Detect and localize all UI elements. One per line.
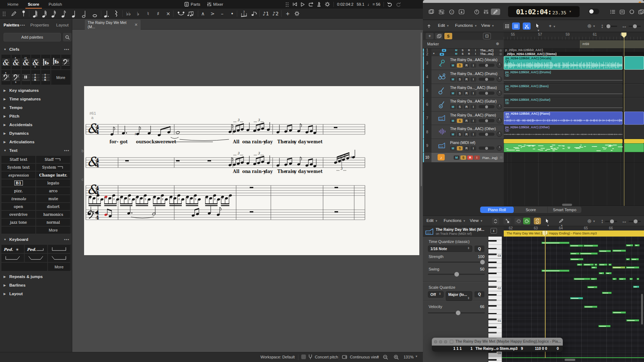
- midi-note[interactable]: [570, 252, 580, 255]
- midi-note[interactable]: [594, 263, 597, 266]
- time-quantize-dropdown[interactable]: 1/16 Note⇕: [428, 246, 472, 252]
- quantize-button[interactable]: Q: [474, 246, 484, 252]
- piano-roll-vertical-scrollbar[interactable]: [641, 294, 643, 324]
- track-lane-9[interactable]: [504, 139, 644, 153]
- midi-note[interactable]: [590, 278, 597, 280]
- pianoroll-edit-menu[interactable]: Edit▼: [426, 218, 438, 223]
- augmentation-dot-icon[interactable]: [102, 9, 111, 18]
- grace-note-icon[interactable]: [186, 9, 195, 18]
- treble-clef-cell[interactable]: &: [1, 54, 11, 70]
- collapse-mode-icon[interactable]: [492, 218, 499, 224]
- toolbar-grip-icon[interactable]: [285, 2, 289, 7]
- pedal-bracket-slash-cell[interactable]: [1, 253, 24, 262]
- tenor-clef-cell[interactable]: Ƅ: [51, 54, 61, 70]
- tab-layout[interactable]: Layout: [53, 23, 72, 27]
- midi-note[interactable]: [602, 292, 612, 294]
- text-palette-staff[interactable]: Staff: [36, 155, 70, 163]
- note-whole-icon[interactable]: [91, 9, 99, 18]
- text-palette-pizz-[interactable]: pizz.: [1, 187, 36, 195]
- note-half-icon[interactable]: [80, 9, 89, 18]
- palette-section-dynamics[interactable]: ▶Dynamics: [0, 129, 72, 138]
- midi-note[interactable]: [580, 252, 598, 255]
- search-palettes-button[interactable]: [63, 33, 72, 41]
- palette-section-articulations[interactable]: ▶Articulations: [0, 138, 72, 146]
- region-part[interactable]: ps_H264-128kbit_AAC) (Piano): [504, 111, 623, 125]
- percussion-clef-cell[interactable]: [21, 70, 31, 85]
- text-palette-system[interactable]: System: [36, 163, 70, 171]
- loop-browser-icon[interactable]: [628, 9, 636, 15]
- region-part[interactable]: ps_H264-128kbit_AAC) (Bass): [504, 84, 623, 97]
- tracks-functions-menu[interactable]: Functions▼: [455, 23, 477, 28]
- midi-note[interactable]: [570, 258, 584, 261]
- midi-note[interactable]: [608, 263, 612, 266]
- region-bar[interactable]: The Rainy Day We Met (May Happy Ending) …: [504, 230, 644, 237]
- metronome-button[interactable]: [317, 2, 321, 7]
- region-part[interactable]: [624, 139, 644, 143]
- midi-note[interactable]: [599, 250, 611, 252]
- pedal-star-cell[interactable]: Ped.✳: [1, 244, 24, 253]
- text-palette-distort[interactable]: distort: [36, 203, 70, 210]
- track-header-4[interactable]: 4The Rainy Da...AAC) (Drums)MSRI: [423, 70, 504, 84]
- tracks-horizontal-scrollbar[interactable]: [562, 204, 572, 206]
- pedal-line-cell[interactable]: Ped.: [24, 244, 48, 253]
- midi-note[interactable]: [599, 263, 608, 266]
- midi-note[interactable]: [577, 263, 582, 266]
- more-keyboard-button[interactable]: More: [48, 262, 71, 271]
- flat-icon[interactable]: ♭: [134, 9, 142, 18]
- track-lane-5[interactable]: ps_H264-128kbit_AAC) (Bass): [504, 84, 644, 98]
- bass-clef-8vb-cell[interactable]: 8: [11, 70, 21, 85]
- swing-slider[interactable]: [428, 274, 485, 275]
- note-quarter-icon[interactable]: [70, 9, 78, 18]
- duplicate-track-button[interactable]: [435, 33, 443, 39]
- track-header-10[interactable]: 10♪MSRIPian...ing): [423, 153, 504, 163]
- midi-note[interactable]: [587, 286, 597, 288]
- link-mode-icon[interactable]: [534, 218, 541, 224]
- midi-note[interactable]: [634, 244, 640, 247]
- solo-mode-button[interactable]: S: [444, 33, 452, 39]
- pianoroll-functions-menu[interactable]: Functions▼: [444, 218, 466, 223]
- tie-icon[interactable]: [177, 9, 185, 18]
- staccato-icon[interactable]: •: [228, 9, 236, 18]
- add-track-button[interactable]: +: [426, 33, 434, 39]
- secondary-tool-menu[interactable]: +▼: [549, 23, 556, 29]
- link-region-icon[interactable]: ⬇: [491, 228, 497, 234]
- library-toggle-icon[interactable]: [437, 9, 446, 15]
- track-header-9[interactable]: 9Piano (MIDI ref)MSRI: [423, 139, 504, 153]
- horizontal-zoom-slider[interactable]: ↔: [621, 24, 641, 28]
- midi-note[interactable]: [584, 306, 597, 308]
- marker-lane[interactable]: m59: [504, 40, 644, 49]
- event-field[interactable]: 110 0 0: [535, 346, 547, 351]
- track-lane-1[interactable]: p_25fps_H4-128kbit_AAC): [504, 49, 644, 52]
- note-32nd-icon[interactable]: [40, 9, 49, 18]
- add-palettes-button[interactable]: Add palettes: [4, 33, 61, 41]
- tab-palettes[interactable]: Palettes: [0, 23, 20, 27]
- region-part[interactable]: _25fps_H264-128kbit_AAC) (Stems): [504, 52, 623, 56]
- settings-gear-icon[interactable]: [293, 9, 301, 18]
- text-palette-harmonics[interactable]: harmonics: [36, 210, 70, 218]
- track-header-5[interactable]: 5The Rainy Da..._AAC) (Bass)MSRI: [423, 84, 504, 98]
- alto-clef-cell[interactable]: Ƅ: [41, 54, 51, 70]
- text-palette-arco[interactable]: arco: [36, 187, 70, 195]
- midi-note[interactable]: [629, 278, 633, 280]
- drag-handle-icon[interactable]: [0, 9, 8, 18]
- palette-section-tempo[interactable]: ▶Tempo: [0, 103, 72, 112]
- rewind-button[interactable]: [292, 2, 297, 6]
- loop-playback-button[interactable]: [308, 2, 313, 7]
- region-part[interactable]: [504, 139, 623, 143]
- redo-button[interactable]: [396, 2, 401, 7]
- region-part[interactable]: [624, 52, 644, 56]
- text-palette-legato[interactable]: legato: [36, 179, 70, 187]
- midi-note[interactable]: [570, 244, 583, 247]
- region-part[interactable]: [624, 125, 644, 139]
- catch-playhead-menu[interactable]: ◎▼: [587, 23, 595, 28]
- track-stack-icon[interactable]: ⊡: [483, 33, 491, 39]
- midi-note[interactable]: [598, 325, 611, 327]
- text-palette-system-text[interactable]: System text: [1, 163, 36, 171]
- pedal-slash-bracket-cell[interactable]: [48, 253, 71, 262]
- close-icon[interactable]: ✕: [135, 23, 138, 27]
- pointer-tool-menu[interactable]: ▼: [536, 23, 540, 32]
- track-lane-8[interactable]: ps_H264-128kbit_AAC) (Other): [504, 125, 644, 139]
- treble-clef-8va-cell[interactable]: &8: [11, 54, 21, 70]
- track-header-8[interactable]: 8The Rainy Da...AAC) (Other)MSRI: [423, 125, 504, 139]
- note-pads-icon[interactable]: [618, 9, 626, 15]
